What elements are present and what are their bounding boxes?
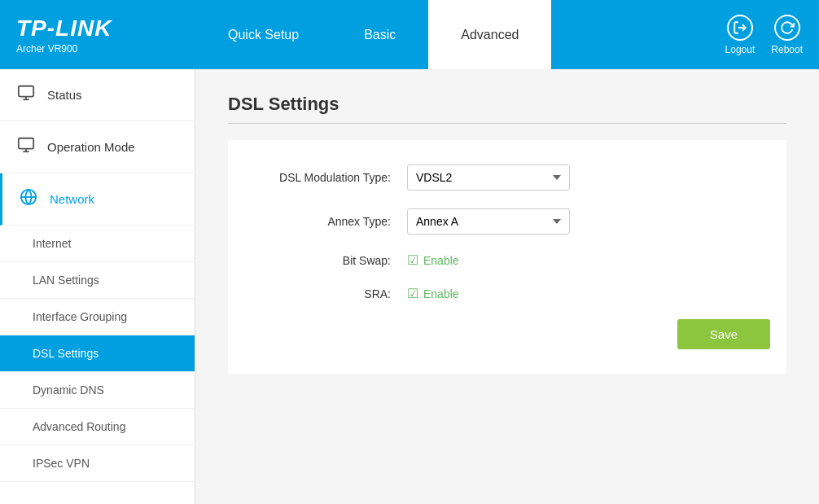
- svg-rect-4: [19, 138, 33, 149]
- save-row: Save: [244, 319, 770, 349]
- operation-mode-label: Operation Mode: [47, 140, 135, 154]
- annex-type-control: Annex A Annex B Annex M: [407, 208, 570, 234]
- reboot-icon: [774, 15, 800, 41]
- logout-label: Logout: [725, 44, 755, 55]
- sra-enable-text: Enable: [423, 287, 459, 300]
- sidebar-item-advanced-routing[interactable]: Advanced Routing: [0, 409, 195, 445]
- dsl-modulation-row: DSL Modulation Type: VDSL2 ADSL2+ ADSL2 …: [244, 164, 770, 191]
- annex-type-select[interactable]: Annex A Annex B Annex M: [407, 208, 570, 234]
- save-button[interactable]: Save: [677, 319, 770, 349]
- sra-control: ☑ Enable: [407, 286, 459, 301]
- tab-basic[interactable]: Basic: [331, 0, 428, 69]
- sra-row: SRA: ☑ Enable: [244, 286, 770, 301]
- dsl-modulation-control: VDSL2 ADSL2+ ADSL2 ADSL: [407, 164, 570, 191]
- reboot-label: Reboot: [771, 44, 803, 55]
- sidebar-item-dsl-settings[interactable]: DSL Settings: [0, 335, 195, 372]
- tab-quick-setup[interactable]: Quick Setup: [195, 0, 331, 69]
- sidebar-item-internet[interactable]: Internet: [0, 226, 195, 262]
- bit-swap-label: Bit Swap:: [244, 254, 407, 267]
- header-actions: Logout Reboot: [725, 15, 819, 55]
- sidebar-item-network[interactable]: Network: [0, 173, 195, 226]
- sidebar-item-operation-mode[interactable]: Operation Mode: [0, 121, 195, 173]
- network-icon: [19, 188, 38, 210]
- bit-swap-enable-text: Enable: [423, 254, 459, 267]
- dsl-settings-form: DSL Modulation Type: VDSL2 ADSL2+ ADSL2 …: [228, 140, 786, 374]
- annex-type-label: Annex Type:: [244, 215, 407, 228]
- annex-type-row: Annex Type: Annex A Annex B Annex M: [244, 208, 770, 234]
- dsl-modulation-select[interactable]: VDSL2 ADSL2+ ADSL2 ADSL: [407, 164, 570, 191]
- logout-button[interactable]: Logout: [725, 15, 755, 55]
- brand-logo: TP-LINK: [16, 15, 195, 42]
- main-layout: Status Operation Mode Networ: [0, 69, 819, 504]
- sidebar-item-dynamic-dns[interactable]: Dynamic DNS: [0, 372, 195, 409]
- sidebar-item-status[interactable]: Status: [0, 69, 195, 121]
- svg-rect-1: [19, 86, 33, 97]
- header: TP-LINK Archer VR900 Quick Setup Basic A…: [0, 0, 819, 69]
- sra-label: SRA:: [244, 287, 407, 300]
- logo-area: TP-LINK Archer VR900: [0, 15, 195, 55]
- main-nav: Quick Setup Basic Advanced: [195, 0, 725, 69]
- bit-swap-control: ☑ Enable: [407, 252, 459, 268]
- bit-swap-checkmark: ☑: [407, 252, 418, 268]
- model-name: Archer VR900: [16, 43, 195, 55]
- status-icon: [16, 84, 36, 106]
- status-label: Status: [47, 88, 82, 102]
- reboot-button[interactable]: Reboot: [771, 15, 803, 55]
- sra-checkbox-label[interactable]: ☑ Enable: [407, 286, 459, 301]
- operation-mode-icon: [16, 136, 36, 158]
- bit-swap-checkbox-label[interactable]: ☑ Enable: [407, 252, 459, 268]
- logout-icon: [727, 15, 753, 41]
- network-label: Network: [50, 192, 94, 206]
- sidebar-item-interface-grouping[interactable]: Interface Grouping: [0, 299, 195, 335]
- sidebar-item-ipsec-vpn[interactable]: IPSec VPN: [0, 445, 195, 482]
- main-content: DSL Settings DSL Modulation Type: VDSL2 …: [195, 69, 819, 504]
- sra-checkmark: ☑: [407, 286, 418, 301]
- dsl-modulation-label: DSL Modulation Type:: [244, 171, 407, 184]
- sidebar: Status Operation Mode Networ: [0, 69, 195, 504]
- sidebar-item-lan-settings[interactable]: LAN Settings: [0, 262, 195, 299]
- page-title: DSL Settings: [228, 94, 786, 124]
- tab-advanced[interactable]: Advanced: [428, 0, 551, 69]
- bit-swap-row: Bit Swap: ☑ Enable: [244, 252, 770, 268]
